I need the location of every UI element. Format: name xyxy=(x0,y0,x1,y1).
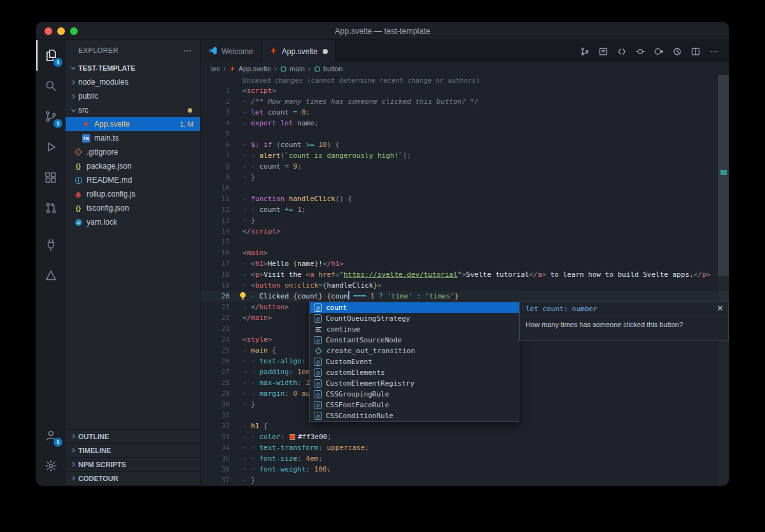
tree-file-README.md[interactable]: README.md xyxy=(66,173,200,187)
activity-source-control[interactable]: 1 xyxy=(36,101,66,132)
activity-run-debug[interactable] xyxy=(36,132,66,162)
breadcrumb-src[interactable]: src xyxy=(211,65,220,73)
suggestion-CustomElementRegistry[interactable]: @CustomElementRegistry xyxy=(310,378,519,389)
code-line-3[interactable]: 3→ let count = 0; xyxy=(200,107,729,118)
suggestion-CountQueuingStrategy[interactable]: @CountQueuingStrategy xyxy=(310,313,519,324)
sidebar-panel-codetour[interactable]: CODETOUR xyxy=(66,471,200,485)
open-changes-icon[interactable] xyxy=(615,45,629,59)
tab-app-svelte[interactable]: App.svelte xyxy=(262,40,336,62)
tree-folder-src[interactable]: src xyxy=(66,103,200,117)
line-number: 9 xyxy=(200,172,230,183)
tree-file-.gitignore[interactable]: .gitignore xyxy=(66,145,200,159)
code-line-11[interactable]: 11→ function handleClick() { xyxy=(200,193,729,204)
tree-folder-public[interactable]: public xyxy=(66,89,200,103)
code-line-17[interactable]: 17→ <h1>Hello {name}!</h1> xyxy=(200,258,729,269)
close-icon[interactable]: ✕ xyxy=(717,304,724,313)
code-line-5[interactable]: 5 xyxy=(200,129,729,139)
code-text: → h1 { xyxy=(230,421,268,431)
token: count xyxy=(260,162,285,171)
sidebar-panel-outline[interactable]: OUTLINE xyxy=(66,429,200,443)
workspace-root-section[interactable]: TEST-TEMPLATE xyxy=(66,61,200,75)
tree-file-package.json[interactable]: {}package.json xyxy=(66,159,200,173)
token: h1 xyxy=(255,260,263,268)
timeline-icon[interactable] xyxy=(670,45,684,59)
code-line-6[interactable]: 6→ $: if (count >= 10) { xyxy=(200,139,729,150)
sidebar-panel-timeline[interactable]: TIMELINE xyxy=(66,443,200,457)
tree-folder-node_modules[interactable]: node_modules xyxy=(66,75,200,89)
suggestion-count[interactable]: @count xyxy=(310,302,519,313)
suggest-widget: @count@CountQueuingStrategycontinue@Cons… xyxy=(309,302,519,422)
whitespace-tab-icon: → xyxy=(242,141,251,149)
symbol-keyword-icon xyxy=(314,325,323,334)
code-line-19[interactable]: 19→ <button on:click={handleClick}> xyxy=(200,280,729,291)
tree-file-main.ts[interactable]: TSmain.ts xyxy=(66,131,200,145)
suggestion-continue[interactable]: continue xyxy=(310,324,519,335)
lightbulb-code-action-icon[interactable] xyxy=(239,291,247,304)
activity-github-pr[interactable] xyxy=(36,193,66,223)
yarn-file-icon xyxy=(73,218,83,227)
code-line-37[interactable]: 37→ } xyxy=(200,475,729,485)
codelens-annotation[interactable]: Unsaved changes (cannot determine recent… xyxy=(242,75,729,85)
whitespace-tab-icon: → xyxy=(242,357,251,365)
open-preview-icon[interactable] xyxy=(596,45,610,59)
activity-azure[interactable] xyxy=(36,260,66,291)
code-line-34[interactable]: 34→ → text-transform: uppercase; xyxy=(200,442,729,453)
line-number: 28 xyxy=(200,377,230,388)
suggestion-CSSFontFaceRule[interactable]: @CSSFontFaceRule xyxy=(310,400,519,410)
suggestion-customElements[interactable]: @customElements xyxy=(310,367,519,378)
symbol-variable-icon: @ xyxy=(314,390,322,398)
toggle-blame-icon[interactable] xyxy=(633,45,647,59)
file-history-icon[interactable] xyxy=(652,45,666,59)
code-line-18[interactable]: 18→ <p>Visit the <a href="https://svelte… xyxy=(200,269,729,280)
code-line-15[interactable]: 15 xyxy=(200,237,729,248)
tree-file-tsconfig.json[interactable]: {}tsconfig.json xyxy=(66,201,200,215)
suggestion-CustomEvent[interactable]: @CustomEvent xyxy=(310,356,519,367)
explorer-more-actions-icon[interactable]: ⋯ xyxy=(183,40,192,61)
activity-settings[interactable] xyxy=(36,451,66,481)
split-editor-icon[interactable] xyxy=(689,45,703,59)
token: main xyxy=(247,249,264,257)
code-line-7[interactable]: 7→ → alert(`count is dangerously high!`)… xyxy=(200,150,729,161)
code-line-2[interactable]: 2→ /** How many times has someone clicke… xyxy=(200,96,729,107)
breadcrumb-button[interactable]: button xyxy=(314,65,343,73)
code-line-14[interactable]: 14</script> xyxy=(200,226,729,237)
activity-account[interactable]: 1 xyxy=(36,420,66,451)
token: script xyxy=(247,87,272,95)
symbol-icon xyxy=(314,66,321,73)
activity-remote[interactable] xyxy=(36,230,66,260)
code-line-16[interactable]: 16<main> xyxy=(200,248,729,258)
breadcrumb-main[interactable]: main xyxy=(280,65,305,73)
code-line-9[interactable]: 9→ } xyxy=(200,172,729,183)
code-line-35[interactable]: 35→ → font-size: 4em; xyxy=(200,453,729,464)
suggestion-CSSConditionRule[interactable]: @CSSConditionRule xyxy=(310,410,519,421)
tree-file-yarn.lock[interactable]: yarn.lock xyxy=(66,215,200,229)
suggestion-ConstantSourceNode[interactable]: @ConstantSourceNode xyxy=(310,335,519,346)
activity-extensions[interactable] xyxy=(36,162,66,193)
code-line-33[interactable]: 33→ → color: #ff3e00; xyxy=(200,431,729,442)
file-label: rollup.config.js xyxy=(87,190,136,199)
code-line-10[interactable]: 10 xyxy=(200,183,729,193)
code-line-13[interactable]: 13→ } xyxy=(200,215,729,226)
code-line-32[interactable]: 32→ h1 { xyxy=(200,421,729,431)
token: ; xyxy=(318,454,323,463)
breadcrumb-app-svelte[interactable]: App.svelte xyxy=(229,65,271,73)
scrollbar-slider[interactable] xyxy=(718,75,729,276)
code-line-4[interactable]: 4→ export let name; xyxy=(200,118,729,129)
suggestion-CSSGroupingRule[interactable]: @CSSGroupingRule xyxy=(310,389,519,400)
code-line-20[interactable]: 20→ → Clicked {count} {coun === 1 ? 'tim… xyxy=(200,291,729,302)
tab-welcome[interactable]: Welcome xyxy=(200,40,262,62)
tree-file-rollup.config.js[interactable]: rollup.config.js xyxy=(66,187,200,201)
tree-file-App.svelte[interactable]: App.svelte1, M xyxy=(66,117,200,131)
symbol-variable-icon: @ xyxy=(314,379,322,388)
code-line-12[interactable]: 12→ → count += 1; xyxy=(200,204,729,215)
activity-explorer[interactable]: 1 xyxy=(36,40,66,71)
suggestion-create_out_transition[interactable]: create_out_transition xyxy=(310,346,519,356)
git-graph-icon[interactable] xyxy=(578,45,592,59)
code-line-36[interactable]: 36→ → font-weight: 100; xyxy=(200,464,729,475)
activity-search[interactable] xyxy=(36,71,66,101)
code-line-1[interactable]: 1<script> xyxy=(200,85,729,96)
more-actions-icon[interactable] xyxy=(707,45,721,59)
code-line-8[interactable]: 8→ → count = 9; xyxy=(200,161,729,172)
editor-scrollbar[interactable] xyxy=(718,75,729,485)
sidebar-panel-npm-scripts[interactable]: NPM SCRIPTS xyxy=(66,457,200,471)
